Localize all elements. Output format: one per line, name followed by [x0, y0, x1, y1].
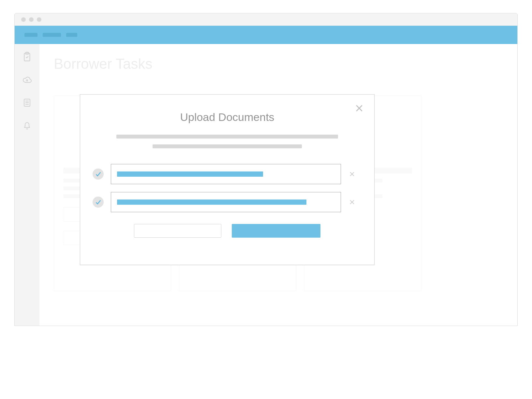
bell-icon[interactable]	[23, 122, 31, 132]
close-icon	[349, 199, 355, 205]
clipboard-icon[interactable]	[23, 52, 31, 63]
check-icon	[95, 200, 101, 205]
window-control-close[interactable]	[21, 17, 26, 22]
upload-documents-modal: Upload Documents	[80, 94, 375, 265]
sidebar	[15, 44, 39, 326]
upload-progress	[111, 192, 341, 212]
modal-button-row	[98, 224, 356, 238]
modal-secondary-button[interactable]	[134, 224, 221, 238]
banner-placeholder	[43, 33, 61, 37]
modal-primary-button[interactable]	[232, 224, 320, 238]
banner-placeholder	[24, 33, 37, 37]
window-titlebar	[15, 13, 517, 26]
upload-complete-badge	[93, 169, 104, 180]
cloud-upload-icon[interactable]	[22, 76, 32, 85]
modal-title: Upload Documents	[98, 111, 356, 124]
progress-bar-fill	[117, 200, 306, 205]
app-window: Borrower Tasks	[14, 13, 518, 326]
upload-list	[98, 164, 356, 212]
close-icon	[349, 171, 355, 177]
remove-upload-button[interactable]	[348, 170, 356, 178]
close-button[interactable]	[354, 103, 364, 113]
window-control-zoom[interactable]	[37, 17, 41, 22]
check-icon	[95, 171, 101, 177]
banner-placeholder	[66, 33, 77, 37]
progress-bar-fill	[117, 171, 263, 177]
close-icon	[355, 104, 363, 112]
window-control-minimize[interactable]	[29, 17, 34, 22]
modal-subtext-placeholder	[153, 144, 302, 148]
modal-subtext-placeholder	[116, 135, 338, 139]
upload-row	[98, 192, 356, 212]
upload-progress	[111, 164, 341, 184]
app-banner	[15, 26, 517, 44]
remove-upload-button[interactable]	[348, 198, 356, 206]
upload-complete-badge	[93, 197, 104, 208]
upload-row	[98, 164, 356, 184]
document-lines-icon[interactable]	[23, 98, 31, 109]
